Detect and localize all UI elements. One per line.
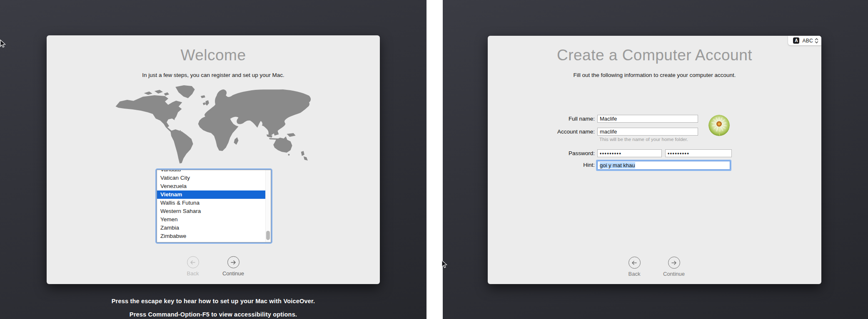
create-account-title: Create a Computer Account [488, 47, 821, 64]
dandelion-avatar-image [708, 115, 730, 136]
country-option[interactable]: Wallis & Futuna [157, 199, 271, 207]
mouse-cursor [0, 40, 6, 48]
create-account-panel: A ABC Create a Computer Account Fill out… [488, 36, 821, 284]
input-source-switcher[interactable]: A ABC [788, 36, 821, 45]
account-name-label: Account name: [557, 128, 595, 136]
continue-arrow-icon [227, 256, 239, 268]
country-option[interactable]: Zambia [157, 224, 271, 232]
country-option[interactable]: Yemen [157, 215, 271, 224]
country-option-selected[interactable]: Vietnam [157, 190, 271, 199]
country-option[interactable]: Venezuela [157, 182, 271, 190]
back-button[interactable]: Back [614, 257, 654, 277]
country-option[interactable]: Western Sahara [157, 207, 271, 215]
continue-button[interactable]: Continue [213, 256, 253, 277]
welcome-title: Welcome [47, 47, 380, 64]
password-input[interactable]: ••••••••• [597, 149, 662, 157]
country-listbox[interactable]: Vanuatu Vatican City Venezuela Vietnam W… [155, 168, 272, 244]
full-name-input[interactable]: Maclife [597, 115, 698, 123]
continue-arrow-icon [668, 257, 680, 269]
chevron-up-down-icon [815, 38, 818, 44]
mouse-cursor [441, 260, 448, 269]
country-option[interactable]: Vatican City [157, 174, 271, 182]
continue-button-label: Continue [654, 271, 694, 277]
welcome-subtitle: In just a few steps, you can register an… [47, 72, 380, 78]
password-label: Password: [569, 149, 595, 157]
back-button-label: Back [173, 270, 213, 277]
country-option[interactable]: Vanuatu [157, 170, 271, 174]
hint-input[interactable]: goi y mat khau [597, 161, 730, 170]
hint-label: Hint: [583, 161, 595, 169]
input-source-label: ABC [802, 38, 813, 44]
back-button[interactable]: Back [173, 256, 213, 277]
account-name-input[interactable]: maclife [597, 128, 698, 136]
accessibility-hint-text: Press Command-Option-F5 to view accessib… [0, 311, 427, 318]
country-listbox-viewport: Vanuatu Vatican City Venezuela Vietnam W… [157, 170, 271, 242]
dual-setup-screenshots: Welcome In just a few steps, you can reg… [0, 0, 868, 319]
keyboard-layout-icon: A [793, 37, 799, 44]
verify-password-input[interactable]: ••••••••• [665, 149, 732, 157]
country-list: Vanuatu Vatican City Venezuela Vietnam W… [157, 170, 271, 240]
list-scrollbar-thumb[interactable] [266, 231, 270, 240]
country-option[interactable]: Zimbabwe [157, 232, 271, 240]
world-map-image [112, 83, 314, 166]
account-name-helper-text: This will be the name of your home folde… [599, 137, 688, 142]
welcome-panel: Welcome In just a few steps, you can reg… [47, 35, 380, 284]
back-button-label: Back [614, 271, 654, 277]
account-avatar[interactable] [708, 115, 730, 136]
list-scrollbar[interactable] [265, 170, 271, 242]
create-account-subtitle: Fill out the following information to cr… [488, 72, 821, 78]
back-arrow-icon [629, 257, 641, 269]
selected-text: goi y mat khau [600, 162, 635, 168]
back-arrow-icon [187, 256, 199, 268]
create-account-screen: A ABC Create a Computer Account Fill out… [443, 0, 868, 319]
voiceover-hint-text: Press the escape key to hear how to set … [0, 298, 427, 304]
continue-button-label: Continue [213, 270, 253, 277]
welcome-screen: Welcome In just a few steps, you can reg… [0, 0, 427, 319]
full-name-label: Full name: [569, 115, 595, 123]
continue-button[interactable]: Continue [654, 257, 694, 277]
